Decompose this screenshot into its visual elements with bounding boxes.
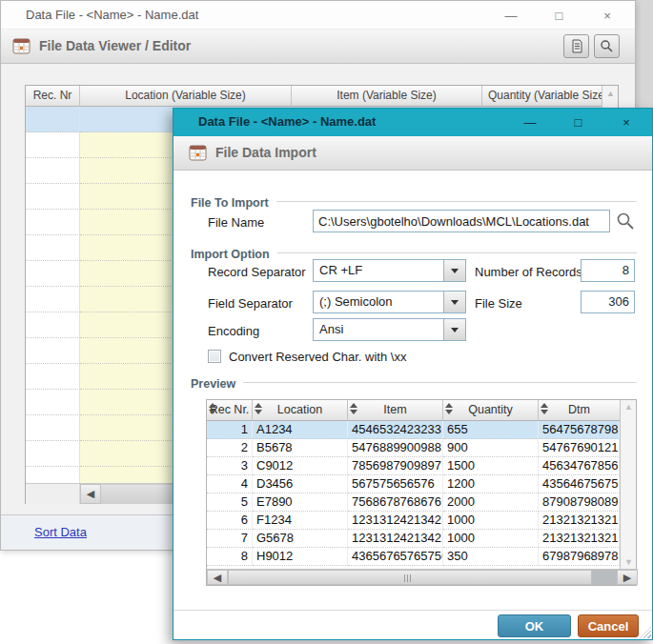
scroll-right-icon[interactable]: ▶ [617, 570, 638, 585]
preview-table-body: 1 A1234 4546532423233 655 56475678798 2 … [207, 421, 620, 569]
dialog-titlebar[interactable]: Data File - <Name> - Name.dat — □ × [173, 109, 652, 136]
viewer-window-title: Data File - <Name> - Name.dat [26, 8, 198, 22]
viewer-titlebar[interactable]: Data File - <Name> - Name.dat — □ × [1, 1, 635, 30]
desktop-background [636, 0, 653, 108]
preview-vertical-scrollbar[interactable]: ▲ ▼ [620, 400, 636, 569]
preview-column-item[interactable]: Item [348, 400, 443, 421]
viewer-header: File Data Viewer / Editor [1, 30, 635, 64]
cancel-button[interactable]: Cancel [578, 614, 639, 637]
dialog-header: File Data Import [173, 136, 652, 171]
field-separator-label: Field Separator [208, 296, 293, 311]
preview-column-dtm[interactable]: Dtm [539, 400, 620, 421]
sort-icon[interactable] [445, 403, 453, 414]
column-header-location[interactable]: Location (Variable Size) [80, 86, 292, 107]
sort-icon[interactable] [255, 403, 262, 414]
sort-icon[interactable] [350, 403, 357, 414]
dialog-header-title: File Data Import [215, 145, 316, 160]
preview-column-quantity[interactable]: Quantity [443, 400, 539, 421]
resize-grip[interactable] [640, 627, 651, 638]
sort-icon[interactable] [209, 403, 216, 414]
preview-row[interactable]: 3 C9012 7856987909897 1500 45634767856 [207, 457, 620, 475]
maximize-icon[interactable]: □ [538, 9, 582, 23]
sort-icon[interactable] [541, 403, 548, 414]
field-separator-select[interactable]: (;) Semicolon [313, 291, 466, 313]
viewer-header-title: File Data Viewer / Editor [39, 38, 191, 53]
file-name-label: File Name [208, 215, 264, 230]
chevron-down-icon[interactable] [443, 260, 465, 281]
minimize-icon[interactable]: — [508, 115, 552, 130]
encoding-select[interactable]: Ansi [313, 318, 466, 341]
scroll-down-icon[interactable]: ▼ [624, 557, 633, 567]
scrollbar-thumb[interactable] [228, 570, 592, 585]
chevron-down-icon[interactable] [443, 319, 465, 340]
search-button[interactable] [594, 34, 620, 58]
encoding-label: Encoding [208, 324, 259, 338]
viewer-window-controls: — □ × [489, 7, 629, 24]
ok-button[interactable]: OK [498, 614, 571, 637]
document-icon [570, 39, 583, 53]
preview-column-location[interactable]: Location [253, 400, 348, 421]
magnifier-icon [616, 211, 635, 231]
browse-file-button[interactable] [616, 211, 635, 231]
file-name-input[interactable] [313, 210, 610, 232]
preview-header-row: Rec Nr. Location Item Quantity Dtm [207, 400, 620, 421]
close-icon[interactable]: × [585, 9, 629, 23]
preview-row[interactable]: 7 G5678 12313124213421 1000 21321321321 [207, 530, 620, 548]
scroll-left-icon[interactable]: ◀ [80, 484, 101, 504]
dialog-window-controls: — □ × [508, 113, 648, 131]
number-of-records-value: 8 [581, 259, 635, 282]
preview-row[interactable]: 5 E7890 7568678768676 2000 87908798089 [207, 493, 620, 512]
section-preview: Preview [191, 374, 637, 390]
preview-row-selected[interactable]: 1 A1234 4546532423233 655 56475678798 [207, 421, 620, 439]
column-header-rec-nr[interactable]: Rec. Nr [26, 86, 80, 107]
record-separator-select[interactable]: CR +LF [313, 259, 466, 282]
file-size-value: 306 [581, 291, 635, 313]
scroll-up-icon[interactable]: ▲ [606, 89, 615, 98]
preview-row[interactable]: 2 B5678 5476889900988 900 54767690121 [207, 439, 620, 457]
dialog-footer: OK Cancel [173, 610, 652, 639]
preview-row[interactable]: 4 D3456 567575656576 1200 43564675675 [207, 475, 620, 493]
section-import-option: Import Option [191, 245, 637, 260]
preview-row[interactable]: 8 H9012 43656765765756 350 67987968978 [207, 548, 620, 566]
magnifier-icon [600, 39, 614, 53]
file-size-label: File Size [475, 296, 522, 311]
convert-reserved-checkbox[interactable] [208, 350, 221, 363]
convert-reserved-label: Convert Reserved Char. with \xx [229, 350, 406, 364]
preview-table: Rec Nr. Location Item Quantity Dtm [206, 399, 637, 586]
chevron-down-icon[interactable] [443, 292, 465, 312]
preview-column-rec-nr[interactable]: Rec Nr. [207, 400, 253, 421]
column-header-item[interactable]: Item (Variable Size) [292, 86, 482, 107]
maximize-icon[interactable]: □ [557, 115, 601, 130]
close-icon[interactable]: × [604, 115, 648, 130]
sort-data-link[interactable]: Sort Data [34, 525, 87, 539]
dialog-title: Data File - <Name> - Name.dat [198, 114, 376, 129]
minimize-icon[interactable]: — [489, 9, 533, 23]
app-icon [12, 37, 31, 55]
number-of-records-label: Number of Records [475, 265, 582, 279]
preview-horizontal-scrollbar[interactable]: ◀ ▶ [207, 569, 638, 585]
import-dialog: Data File - <Name> - Name.dat — □ × [173, 108, 653, 640]
app-icon [189, 144, 207, 162]
scroll-left-icon[interactable]: ◀ [207, 570, 228, 585]
scroll-up-icon[interactable]: ▲ [624, 402, 633, 412]
record-separator-label: Record Separator [208, 265, 306, 279]
report-button[interactable] [563, 34, 589, 58]
column-header-quantity[interactable]: Quantity (Variable Size) [482, 86, 603, 107]
viewer-table-header-row: Rec. Nr Location (Variable Size) Item (V… [26, 86, 603, 107]
preview-row[interactable]: 6 F1234 12313124213421 1000 21321321321 [207, 512, 620, 530]
section-file-to-import: File To Import [191, 193, 637, 209]
screen: Data File - <Name> - Name.dat — □ × [0, 0, 653, 644]
